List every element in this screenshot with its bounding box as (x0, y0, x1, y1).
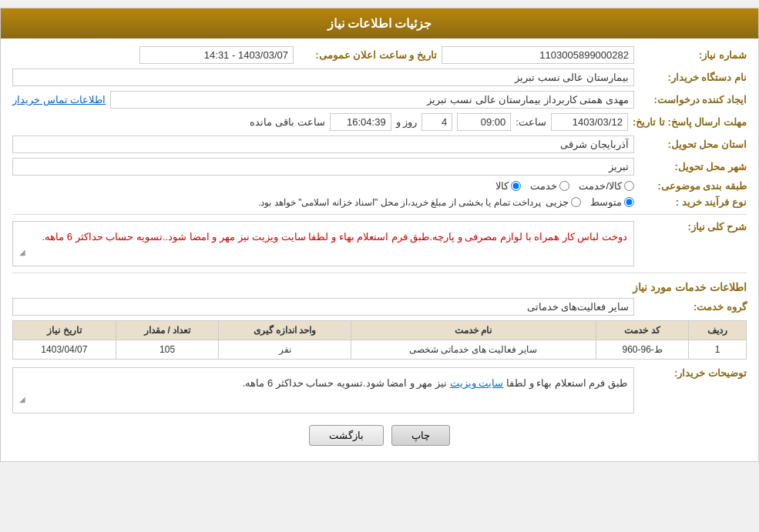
cell-radif: 1 (689, 340, 747, 360)
shahr-label: شهر محل تحویل: (639, 161, 747, 172)
resize-handle-2: ◢ (19, 393, 627, 407)
khademat-section-title: اطلاعات خدمات مورد نیاز (12, 281, 747, 293)
ostan-field: آذربایجان شرقی (12, 136, 634, 153)
noeFarayand-radio-motevaset[interactable]: متوسط (590, 196, 634, 208)
mohlat-date-field: 1403/03/12 (551, 113, 628, 131)
table-row: 1 ط-96-960 سایر فعالیت های خدماتی شخصی ن… (13, 340, 747, 360)
mohlat-saat-field: 09:00 (457, 113, 511, 131)
namDastgah-label: نام دستگاه خریدار: (639, 72, 747, 83)
tabaghe-radio-khadamat[interactable]: خدمت (530, 180, 569, 192)
sharh-field: دوخت لباس کار همراه با لوازم مصرفی و پار… (12, 221, 634, 266)
gohreKhadamat-label: گروه خدمت: (639, 301, 747, 313)
sharh-label: شرح کلی نیاز: (639, 221, 747, 233)
page-title: جزئیات اطلاعات نیاز (1, 8, 758, 38)
mohlat-label: مهلت ارسال پاسخ: تا تاریخ: (633, 116, 747, 128)
tabaghe-radio-group: کالا/خدمت خدمت کالا (495, 180, 634, 192)
noeFarayand-label: نوع فرآیند خرید : (639, 196, 747, 208)
noeFarayand-note: پرداخت تمام یا بخشی از مبلغ خرید،از محل … (258, 197, 541, 208)
shomareNiaz-label: شماره نیاز: (639, 49, 747, 61)
etelaatTamas-link[interactable]: اطلاعات تماس خریدار (12, 94, 106, 105)
shahr-field: تبریز (12, 158, 634, 176)
namDastgah-field: بیمارستان عالی نسب تبریز (12, 69, 634, 86)
services-table: ردیف کد خدمت نام خدمت واحد اندازه گیری ت… (12, 320, 747, 360)
col-radif: ردیف (689, 321, 747, 340)
cell-tedad: 105 (116, 340, 219, 360)
tabaghe-radio-kala-khadamat[interactable]: کالا/خدمت (579, 180, 634, 192)
mohlat-saat-mande-field: 16:04:39 (330, 113, 391, 131)
col-tedad: تعداد / مقدار (116, 321, 219, 340)
cell-tarikh: 1403/04/07 (13, 340, 116, 360)
col-vahed: واحد اندازه گیری (219, 321, 351, 340)
cell-kodKhadamat: ط-96-960 (596, 340, 688, 360)
sharh-text: دوخت لباس کار همراه با لوازم مصرفی و پار… (42, 231, 627, 243)
site-vizit-link[interactable]: سایت ویزیت (450, 377, 504, 389)
buttons-row: چاپ بازگشت (12, 425, 747, 446)
tabaghe-radio-kala[interactable]: کالا (495, 180, 521, 192)
ijadKonande-label: ایجاد کننده درخواست: (639, 94, 747, 105)
noeFarayand-radio-group: متوسط جزیی (546, 196, 634, 208)
print-button[interactable]: چاپ (391, 425, 450, 446)
gohreKhadamat-field: سایر فعالیت‌های خدماتی (12, 298, 634, 316)
resize-handle: ◢ (19, 246, 627, 259)
mohlat-saat-mande-label: ساعت باقی مانده (250, 116, 324, 128)
col-tarikh: تاریخ نیاز (13, 321, 116, 340)
cell-namKhadamat: سایر فعالیت های خدماتی شخصی (351, 340, 596, 360)
tabaghe-label: طبقه بندی موضوعی: (639, 180, 747, 192)
services-table-section: ردیف کد خدمت نام خدمت واحد اندازه گیری ت… (12, 320, 747, 360)
shomareNiaz-field: 1103005899000282 (442, 46, 634, 64)
buyer-notes-label: توضیحات خریدار: (639, 367, 747, 379)
col-namKhadamat: نام خدمت (351, 321, 596, 340)
mohlat-saat-label: ساعت: (516, 116, 546, 128)
col-kodKhadamat: کد خدمت (596, 321, 688, 340)
tarikhAelan-field: 1403/03/07 - 14:31 (139, 46, 294, 64)
back-button[interactable]: بازگشت (309, 425, 384, 446)
mohlat-roz-label: روز و (396, 116, 418, 128)
cell-vahed: نفر (219, 340, 351, 360)
ijadKonande-field: مهدی همتی کاربرداز بیمارستان عالی نسب تب… (110, 91, 634, 109)
noeFarayand-radio-jozi[interactable]: جزیی (546, 196, 581, 208)
ostan-label: استان محل تحویل: (639, 139, 747, 150)
mohlat-roz-field: 4 (421, 113, 452, 131)
buyer-notes-field: طبق فرم استعلام بهاء و لطفا سایت ویزیت ن… (12, 367, 634, 413)
tarikhAelan-label: تاریخ و ساعت اعلان عمومی: (298, 49, 437, 61)
